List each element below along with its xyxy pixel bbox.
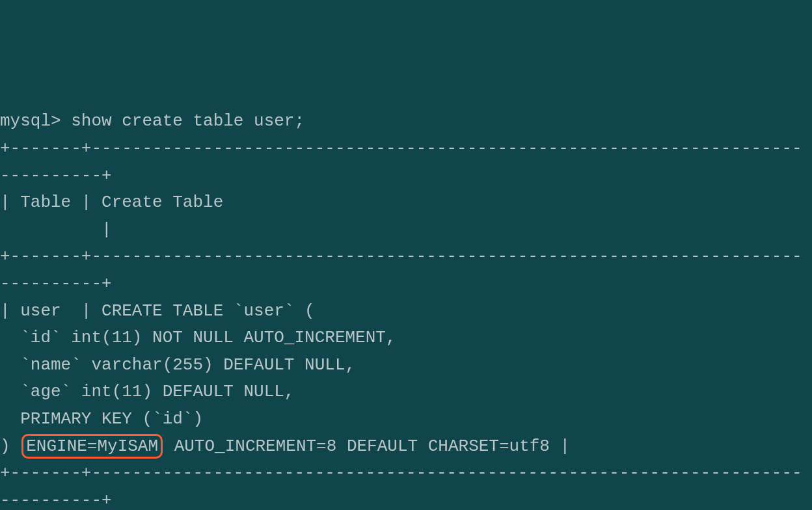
table-data-row: PRIMARY KEY (`id`)	[0, 409, 203, 429]
table-border-cont: ----------+	[0, 274, 112, 293]
table-border: +-------+-------------------------------…	[0, 247, 802, 266]
table-border-cont: ----------+	[0, 166, 112, 185]
table-border: +-------+-------------------------------…	[0, 139, 802, 158]
table-header-row-cont: |	[0, 220, 112, 239]
table-data-row: `id` int(11) NOT NULL AUTO_INCREMENT,	[0, 328, 396, 347]
table-data-row: | user | CREATE TABLE `user` (	[0, 301, 315, 321]
terminal-output: mysql> show create table user; +-------+…	[0, 108, 812, 510]
table-border: +-------+-------------------------------…	[0, 463, 802, 483]
table-data-row-prefix: )	[0, 436, 20, 456]
engine-highlight: ENGINE=MyISAM	[21, 434, 163, 459]
table-data-row-suffix: AUTO_INCREMENT=8 DEFAULT CHARSET=utf8 |	[164, 436, 570, 456]
table-data-row: `age` int(11) DEFAULT NULL,	[0, 382, 294, 401]
table-data-row: `name` varchar(255) DEFAULT NULL,	[0, 355, 355, 375]
prompt-line: mysql> show create table user;	[0, 111, 304, 131]
table-header-row: | Table | Create Table	[0, 193, 223, 212]
table-border-cont: ----------+	[0, 490, 112, 510]
